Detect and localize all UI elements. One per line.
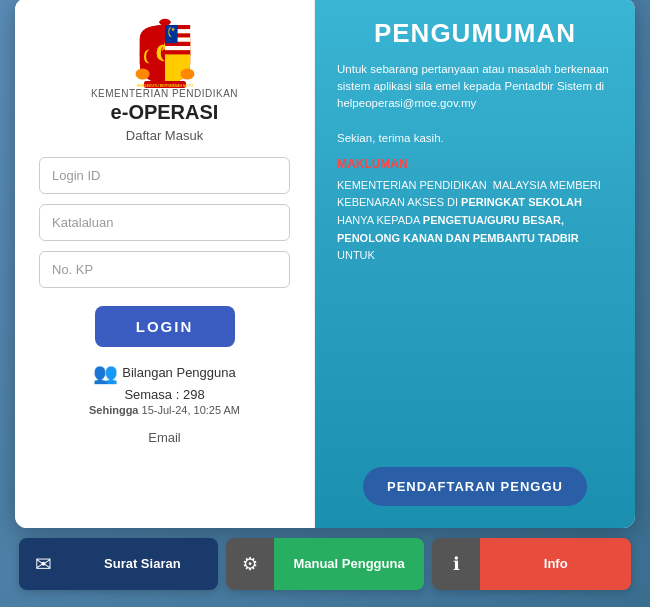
password-input[interactable]: [39, 204, 290, 241]
bottom-bar: ✉ Surat Siaran ⚙ Manual Pengguna ℹ Info: [15, 538, 635, 590]
app-name: e-OPERASI: [111, 101, 219, 124]
coat-of-arms-logo: BERSEKUTU BERTAMBAH MUTU: [130, 18, 200, 88]
manual-pengguna-icon: ⚙: [226, 538, 274, 590]
svg-point-12: [180, 68, 194, 79]
surat-siaran-icon: ✉: [19, 538, 67, 590]
svg-point-11: [135, 68, 149, 79]
daftar-masuk-label: Daftar Masuk: [126, 128, 203, 143]
makluman-text: KEMENTERIAN PENDIDIKAN MALAYSIA MEMBERI …: [337, 177, 613, 265]
makluman-label: MAKLUMAN: [337, 157, 613, 171]
pengumuman-title: PENGUMUMAN: [337, 18, 613, 49]
left-panel: BERSEKUTU BERTAMBAH MUTU KEMENTERIAN PEN…: [15, 0, 315, 528]
user-icon-1: 👥: [93, 361, 118, 385]
svg-rect-9: [165, 25, 178, 43]
svg-rect-7: [165, 46, 190, 50]
login-id-input[interactable]: [39, 157, 290, 194]
surat-siaran-button[interactable]: ✉ Surat Siaran: [19, 538, 218, 590]
email-label: Email: [148, 430, 181, 445]
manual-pengguna-label: Manual Pengguna: [274, 538, 425, 590]
bilangan-pengguna-label: Bilangan Pengguna: [122, 365, 236, 380]
info-button[interactable]: ℹ Info: [432, 538, 631, 590]
no-kp-input[interactable]: [39, 251, 290, 288]
info-icon: ℹ: [432, 538, 480, 590]
pendaftaran-button[interactable]: PENDAFTARAN PENGGU: [363, 467, 587, 506]
svg-text:BERSEKUTU BERTAMBAH MUTU: BERSEKUTU BERTAMBAH MUTU: [136, 83, 193, 87]
announcement-text: Untuk sebarang pertanyaan atau masalah b…: [337, 61, 613, 147]
semasa-count: Semasa : 298: [124, 387, 204, 402]
svg-rect-8: [165, 50, 190, 54]
user-count-section: 👥 Bilangan Pengguna Semasa : 298 Sehingg…: [89, 361, 240, 416]
surat-siaran-label: Surat Siaran: [67, 538, 218, 590]
login-button[interactable]: LOGIN: [95, 306, 235, 347]
sehingga-text: Sehingga 15-Jul-24, 10:25 AM: [89, 404, 240, 416]
ministry-name: KEMENTERIAN PENDIDIKAN: [91, 88, 238, 99]
manual-pengguna-button[interactable]: ⚙ Manual Pengguna: [226, 538, 425, 590]
info-label: Info: [480, 538, 631, 590]
right-panel: PENGUMUMAN Untuk sebarang pertanyaan ata…: [315, 0, 635, 528]
main-card: BERSEKUTU BERTAMBAH MUTU KEMENTERIAN PEN…: [15, 0, 635, 528]
